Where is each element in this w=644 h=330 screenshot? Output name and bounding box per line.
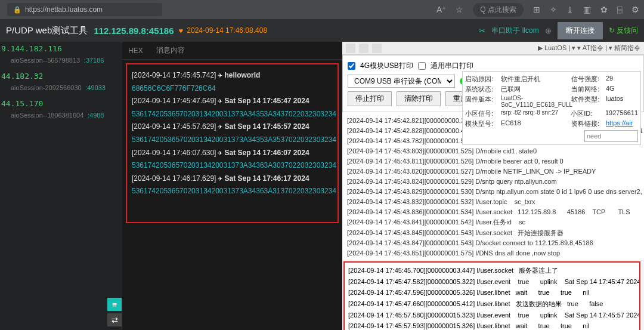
lock-icon: 🔒 [13,6,21,14]
conn-session[interactable]: aioSession-2092566030 :49033 [0,83,122,97]
extension2-icon[interactable]: ⌸ [617,5,622,14]
conn-session[interactable]: aioSession--1806381604 :4988 [0,110,122,124]
tab-message[interactable]: 消息内容 [156,45,185,55]
serial-panel: ▶ LuatOS | ▾ ▾ AT指令 | ▾ 精简指令 4G模块USB打印 通… [342,42,644,330]
star-icon[interactable]: ☆ [456,5,463,14]
stop-print-button[interactable]: 停止打印 [348,91,392,106]
data-link[interactable]: https://air [606,119,633,128]
favorites-icon[interactable]: ✧ [550,5,557,14]
need-input[interactable] [584,130,638,142]
chk-generic-serial[interactable] [418,62,426,70]
conn-ip[interactable]: 9.144.182.116 [0,42,122,55]
serial-toolbar: ▶ LuatOS | ▾ ▾ AT指令 | ▾ 精简指令 [342,42,644,55]
conn-session[interactable]: aioSession--565798813 :37186 [0,55,122,69]
toolbar-icon[interactable] [372,44,382,53]
clear-print-button[interactable]: 清除打印 [397,91,441,106]
tab-hex[interactable]: HEX [128,47,143,55]
float-buttons: ≡ ⇄ [107,298,122,326]
chk-4g-label: 4G模块USB打印 [360,61,413,71]
serial-helper-link[interactable]: 串口助手 llcom [491,26,538,36]
com-port-select[interactable]: COM9 USB 串行设备 (COM9) [348,75,455,88]
disconnect-button[interactable]: 断开连接 [558,22,603,39]
message-panel: HEX 消息内容 [2024-09-14 17:45:45.742]✈hello… [122,42,342,330]
text-size-icon[interactable]: A⁺ [436,5,446,14]
message-console: [2024-09-14 17:45:45.742]✈helloworld6865… [126,63,339,223]
download-icon[interactable]: ⤓ [566,5,574,14]
grid-icon[interactable]: ⊞ [533,5,540,14]
browser-topbar: 🔒 https://netlab.luatos.com A⁺ ☆ Q 点此搜索 … [0,0,644,19]
address-bar[interactable]: 🔒 https://netlab.luatos.com [7,3,162,16]
heart-icon: ♥ [179,26,184,35]
header-timestamp: 2024-09-14 17:46:08.408 [187,26,267,35]
globe-icon[interactable]: ⊕ [545,26,552,35]
swap-button[interactable]: ⇄ [107,313,122,326]
search-placeholder: 点此搜索 [488,5,516,15]
conn-ip[interactable]: 44.182.32 [0,69,122,83]
connection-list: 9.144.182.116 aioSession--565798813 :371… [0,42,122,330]
settings-icon[interactable]: ⚙ [631,5,639,14]
scissors-icon[interactable]: ✂ [479,26,485,35]
toolbar-icon[interactable] [346,44,355,53]
extension-icon[interactable]: ✿ [600,5,608,14]
feedback-link[interactable]: ↻ 反馈问 [609,26,638,36]
search-pill[interactable]: Q 点此搜索 [473,3,524,17]
chk-4g-usb[interactable] [348,62,355,70]
module-info-grid: 启动原因:软件重启开机信号强度:29 系统状态:已联网当前网络:4G 固件版本:… [462,71,641,145]
user-event-log: [2024-09-14 17:45:45.700][000000003.447]… [343,261,640,330]
chk-com-label: 通用串口打印 [431,61,473,71]
server-address: 112.125.89.8:45186 [94,26,174,36]
sort-button[interactable]: ≡ [107,298,122,311]
app-header: P/UDP web测试工具 112.125.89.8:45186 ♥ 2024-… [0,19,644,42]
url-text: https://netlab.luatos.com [25,5,103,14]
conn-ip[interactable]: 44.15.170 [0,97,122,110]
book-icon[interactable]: ▥ [583,5,591,14]
browser-toolbar-icons: A⁺ ☆ Q 点此搜索 ⊞ ✧ ⤓ ▥ ✿ ⌸ ⚙ [436,3,639,17]
serial-config-panel: 4G模块USB打印 通用串口打印 COM9 USB 串行设备 (COM9) 停止… [342,55,644,112]
toolbar-icon[interactable] [359,44,369,53]
app-title: P/UDP web测试工具 [6,25,88,36]
search-icon: Q [480,5,485,14]
